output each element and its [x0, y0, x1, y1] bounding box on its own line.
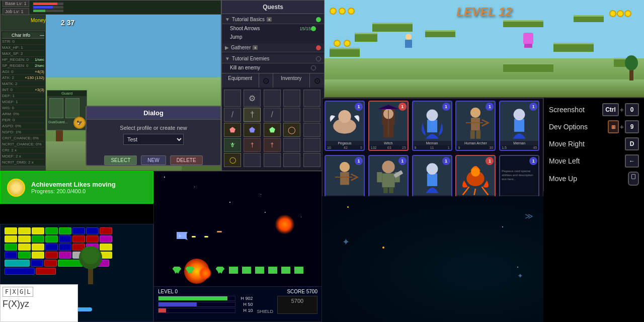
inv-slot-7[interactable]: † — [244, 108, 261, 122]
inv-slot-12[interactable]: ⬟ — [244, 123, 261, 137]
inventory-tab[interactable]: Inventory — [273, 73, 310, 88]
dialog-select-btn[interactable]: SELECT — [104, 155, 137, 165]
quest-header-enemies: ▼ Tutorial Enemies — [222, 54, 324, 63]
card-witch[interactable]: 1 Witch 132 63 25 — [368, 101, 409, 151]
quest-item-shoot: Shoot Arrows 15/15 — [222, 24, 324, 33]
svg-rect-12 — [476, 130, 481, 138]
brick-r1 — [100, 227, 112, 234]
key-left: ← — [625, 154, 639, 168]
inv-slot-8[interactable]: / — [264, 108, 281, 122]
inv-slot-1[interactable] — [224, 90, 241, 107]
xp-bar — [33, 10, 63, 12]
char-info-panel: Char Info — STR: 0 MAX_HP: 1 MAX_SP: 2 H… — [1, 31, 46, 167]
hud-bar-h10: H 10 — [158, 308, 253, 313]
brick-y2 — [18, 227, 31, 234]
inv-slot-25[interactable] — [303, 153, 320, 167]
ground-layer — [325, 79, 644, 97]
plat-enemy — [523, 33, 533, 48]
brick-row-1 — [5, 227, 149, 234]
inv-slot-15[interactable] — [303, 123, 320, 137]
card-mernan-1[interactable]: 1 Mernan 9 11 1 — [412, 101, 452, 151]
platform-3 — [372, 23, 413, 32]
tree-1 — [624, 50, 639, 80]
move-left-label: Move Left — [549, 157, 580, 165]
inv-slot-22[interactable] — [244, 153, 261, 167]
shortcut-move-left: Move Left ← — [549, 154, 639, 168]
brick-r6 — [44, 260, 57, 267]
svg-rect-19 — [382, 174, 394, 188]
inventory-settings[interactable]: ⊙ — [310, 73, 324, 88]
inv-slot-13[interactable]: ⬟ — [264, 123, 281, 137]
inv-slot-5[interactable] — [303, 90, 320, 107]
dialog-dropdown[interactable]: Test — [123, 134, 184, 145]
card-pegasus-1[interactable]: 1 Pegasus 10 42 5 — [325, 101, 365, 151]
inv-slot-6[interactable]: / — [224, 108, 241, 122]
inv-slot-18[interactable]: † — [264, 138, 281, 152]
brick-section — [1, 224, 153, 278]
bullet-3 — [217, 231, 222, 232]
char-info-title: Char Info — — [2, 32, 44, 39]
key-9: 9 — [625, 120, 639, 133]
coin-8 — [348, 8, 355, 15]
inv-slot-4[interactable] — [283, 90, 300, 107]
quest-close-gatherer[interactable]: x — [253, 45, 258, 50]
inv-slot-20[interactable] — [303, 138, 320, 152]
quest-close-tutorial[interactable]: x — [267, 17, 272, 22]
inv-slot-10[interactable] — [303, 108, 320, 122]
particle-1 — [347, 206, 349, 208]
invader-row-1 — [154, 264, 321, 282]
dialog-new-btn[interactable]: NEW — [141, 155, 166, 165]
char-info-collapse[interactable]: — — [40, 33, 44, 38]
inv-slot-2[interactable]: ⚙ — [244, 90, 261, 107]
inv-slot-9[interactable] — [283, 108, 300, 122]
brick-y7 — [32, 244, 44, 251]
invader-2 — [186, 267, 195, 274]
equipment-settings[interactable]: ⊙ — [259, 73, 273, 88]
card-human-archer-1[interactable]: 1 Human Archer 9 30 — [455, 101, 496, 151]
quest-panel: Quests ▼ Tutorial Basics x Shoot Arrows … — [221, 0, 325, 171]
equipment-tab[interactable]: Equipment — [222, 73, 259, 88]
tree-bottom-left — [78, 244, 103, 284]
svg-point-7 — [426, 110, 438, 121]
shortcut-dev-options: Dev Options ⊞ + 9 — [549, 120, 639, 133]
brick-row-4 — [5, 252, 149, 259]
coin-6 — [330, 8, 337, 15]
inv-slot-11[interactable]: ⬟ — [224, 123, 241, 137]
svg-marker-29 — [177, 232, 188, 240]
inv-slot-23[interactable] — [264, 153, 281, 167]
svg-rect-11 — [470, 130, 475, 138]
mp-bar — [33, 6, 63, 9]
particle-4 — [517, 267, 518, 268]
inv-slot-17[interactable]: † — [244, 138, 261, 152]
brick-g6 — [18, 252, 31, 259]
brick-row-2 — [5, 235, 149, 243]
svg-rect-23 — [389, 187, 393, 193]
brick-row-3 — [5, 244, 149, 251]
quest-dot-enemies — [316, 56, 321, 61]
brick-y1 — [5, 227, 17, 234]
platform-1 — [330, 48, 360, 57]
brick-b2 — [86, 227, 99, 234]
brick-r2 — [72, 235, 85, 243]
card-mernan-2[interactable]: 1 Mernan 1.5 45 — [499, 101, 539, 151]
inv-slot-16[interactable]: 🗡 — [224, 138, 241, 152]
inv-slot-19[interactable] — [283, 138, 300, 152]
quest-header-tutorial: ▼ Tutorial Basics x — [222, 15, 324, 24]
space-hud: LEVEL 0 SCORE 5700 H 902 H 50 H 10 SHI — [154, 286, 321, 321]
inv-slot-14[interactable]: ◯ — [283, 123, 300, 137]
hud-level: LEVEL 0 — [158, 289, 178, 294]
svg-rect-16 — [340, 172, 349, 185]
inv-slot-21[interactable]: ◯ — [224, 153, 241, 167]
dev-options-label: Dev Options — [549, 123, 588, 131]
brick-y9 — [32, 252, 44, 259]
brick-g2 — [59, 227, 71, 234]
key-0: 0 — [625, 103, 639, 116]
brick-b5 — [59, 244, 71, 251]
inv-slot-24[interactable] — [283, 153, 300, 167]
space-shooter-panel: LEVEL 0 SCORE 5700 H 902 H 50 H 10 SHI — [153, 171, 322, 322]
invader-1 — [173, 267, 182, 274]
fly-creature-3: ✦ — [517, 272, 523, 280]
inv-slot-3[interactable] — [264, 90, 281, 107]
platform-5 — [553, 43, 594, 52]
dialog-delete-btn[interactable]: DELETE — [170, 155, 203, 165]
